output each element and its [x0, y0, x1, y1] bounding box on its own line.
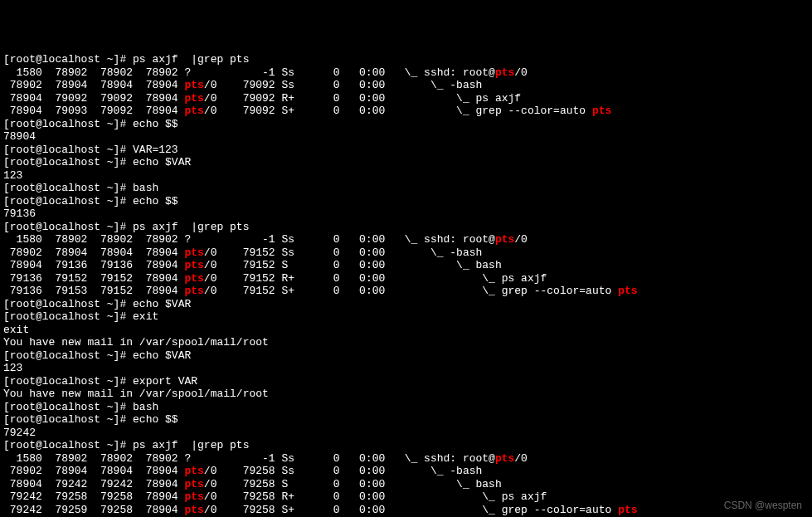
shell-command[interactable]: ps axjf |grep pts [133, 221, 249, 233]
shell-prompt: [root@localhost ~]# [3, 401, 133, 413]
shell-prompt: [root@localhost ~]# [3, 221, 133, 233]
ps-row: 79136 79153 79152 78904 pts/0 79152 S+ 0… [3, 285, 809, 298]
shell-prompt: [root@localhost ~]# [3, 156, 133, 168]
ps-row: 78904 79092 79092 78904 pts/0 79092 R+ 0… [3, 92, 809, 105]
shell-prompt: [root@localhost ~]# [3, 195, 133, 207]
output: 79242 [3, 427, 809, 440]
shell-command[interactable]: bash [133, 182, 158, 194]
ps-row: 79136 79152 79152 78904 pts/0 79152 R+ 0… [3, 272, 809, 285]
ps-row: 78904 79093 79092 78904 pts/0 79092 S+ 0… [3, 105, 809, 118]
output: 79136 [3, 207, 809, 221]
shell-command[interactable]: echo $VAR [133, 349, 191, 362]
shell-prompt: [root@localhost ~]# [3, 182, 133, 194]
shell-command[interactable]: bash [133, 401, 158, 413]
shell-command[interactable]: ps axjf |grep pts [133, 439, 249, 451]
shell-prompt: [root@localhost ~]# [3, 349, 133, 362]
shell-command[interactable]: echo $$ [133, 413, 178, 426]
shell-command[interactable]: echo $$ [133, 118, 178, 130]
shell-command[interactable]: export VAR [133, 375, 197, 388]
shell-command[interactable]: echo $VAR [133, 298, 191, 310]
ps-row: 78904 79242 79242 78904 pts/0 79258 S 0 … [3, 478, 809, 491]
ps-row: 79242 79258 79258 78904 pts/0 79258 R+ 0… [3, 490, 809, 504]
shell-prompt: [root@localhost ~]# [3, 439, 133, 451]
ps-row: 78902 78904 78904 78904 pts/0 79258 Ss 0… [3, 465, 809, 478]
output: You have new mail in /var/spool/mail/roo… [3, 336, 809, 349]
shell-command[interactable]: echo $$ [133, 195, 178, 207]
output: 78904 [3, 130, 809, 144]
shell-prompt: [root@localhost ~]# [3, 144, 133, 156]
shell-command[interactable]: ps axjf |grep pts [133, 53, 249, 66]
terminal-output: [root@localhost ~]# ps axjf |grep pts 15… [3, 53, 809, 517]
ps-row: 78902 78904 78904 78904 pts/0 79152 Ss 0… [3, 246, 809, 260]
shell-prompt: [root@localhost ~]# [3, 413, 133, 426]
shell-prompt: [root@localhost ~]# [3, 375, 133, 388]
shell-prompt: [root@localhost ~]# [3, 298, 133, 310]
output: 123 [3, 169, 809, 183]
ps-row: 1580 78902 78902 78902 ? -1 Ss 0 0:00 \_… [3, 233, 809, 246]
ps-row: 1580 78902 78902 78902 ? -1 Ss 0 0:00 \_… [3, 452, 809, 466]
output: You have new mail in /var/spool/mail/roo… [3, 388, 809, 401]
watermark: CSDN @wespten [724, 500, 802, 513]
output: 123 [3, 362, 809, 375]
shell-command[interactable]: echo $VAR [133, 156, 191, 168]
ps-row: 78904 79136 79136 78904 pts/0 79152 S 0 … [3, 259, 809, 272]
ps-row: 1580 78902 78902 78902 ? -1 Ss 0 0:00 \_… [3, 66, 809, 80]
shell-command[interactable]: VAR=123 [133, 144, 178, 156]
shell-prompt: [root@localhost ~]# [3, 53, 133, 66]
shell-prompt: [root@localhost ~]# [3, 310, 133, 323]
output: exit [3, 324, 809, 337]
shell-prompt: [root@localhost ~]# [3, 118, 133, 130]
shell-command[interactable]: exit [133, 310, 158, 323]
ps-row: 79242 79259 79258 78904 pts/0 79258 S+ 0… [3, 504, 809, 517]
ps-row: 78902 78904 78904 78904 pts/0 79092 Ss 0… [3, 79, 809, 92]
